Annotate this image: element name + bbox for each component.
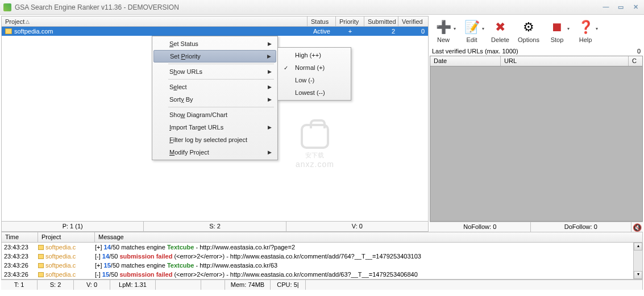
scroll-up-icon[interactable]: ▴ bbox=[634, 243, 642, 251]
status-s: S: 2 bbox=[38, 280, 74, 290]
verified-label: Last verified URLs (max. 1000) 0 bbox=[430, 47, 643, 56]
scroll-down-icon[interactable]: ▾ bbox=[634, 271, 642, 279]
col-date[interactable]: Date bbox=[430, 56, 501, 66]
close-button[interactable]: ✕ bbox=[630, 3, 641, 11]
pencil-icon: 📝 bbox=[464, 19, 480, 35]
plus-icon: ➕ bbox=[435, 19, 451, 35]
projects-pane: Project△ Status Priority Submitted Verif… bbox=[1, 16, 429, 232]
menu-separator bbox=[168, 107, 274, 107]
right-stats: NoFollow: 0 DoFollow: 0 🔇 bbox=[430, 222, 643, 232]
menu-set-priority[interactable]: Set Priority▶ bbox=[153, 50, 276, 62]
context-menu: SSet Statuset Status▶ Set Priority▶ Show… bbox=[152, 36, 278, 160]
status-mem: Mem: 74MB bbox=[225, 280, 271, 290]
stat-v: V: 0 bbox=[286, 222, 428, 231]
project-status: Active bbox=[308, 27, 336, 36]
menu-show-urls[interactable]: Show URLs▶ bbox=[153, 65, 276, 78]
status-bar: T: 1 S: 2 V: 0 LpM: 1.31 Mem: 74MB CPU: … bbox=[1, 280, 643, 290]
col-url[interactable]: URL bbox=[501, 56, 629, 66]
col-c[interactable]: C bbox=[629, 56, 642, 66]
col-project[interactable]: Project△ bbox=[2, 16, 308, 26]
menu-select[interactable]: Select▶ bbox=[153, 81, 276, 93]
log-body: 23:43:23softpedia.c[+] 14/50 matches eng… bbox=[2, 243, 633, 279]
submenu-normal[interactable]: ✓Normal (+) bbox=[279, 61, 350, 74]
status-t: T: 1 bbox=[1, 280, 38, 290]
status-lpm: LpM: 1.31 bbox=[110, 280, 156, 290]
url-grid: Date URL C bbox=[430, 56, 643, 222]
projects-body: SSet Statuset Status▶ Set Priority▶ Show… bbox=[2, 36, 428, 221]
stat-nofollow: NoFollow: 0 bbox=[430, 222, 531, 232]
app-icon bbox=[3, 3, 11, 11]
minimize-button[interactable]: — bbox=[601, 3, 611, 11]
log-pane: Time Project Message 23:43:23softpedia.c… bbox=[1, 232, 643, 280]
project-submitted: 2 bbox=[364, 27, 398, 36]
menu-set-status[interactable]: SSet Statuset Status▶ bbox=[153, 37, 276, 50]
col-time[interactable]: Time bbox=[2, 232, 38, 242]
submenu-low[interactable]: Low (-) bbox=[279, 74, 350, 86]
status-blank bbox=[156, 280, 201, 290]
col-message[interactable]: Message bbox=[95, 232, 642, 242]
menu-sort-by[interactable]: Sorty By▶ bbox=[153, 93, 276, 106]
status-blank2 bbox=[201, 280, 225, 290]
menu-show-diagram[interactable]: Show Diagram/Chart bbox=[153, 109, 276, 121]
menu-import-target[interactable]: Import Target URLs▶ bbox=[153, 121, 276, 134]
stop-icon: ⏹ bbox=[549, 19, 565, 35]
stat-s: S: 2 bbox=[144, 222, 286, 231]
edit-button[interactable]: 📝Edit▾ bbox=[458, 17, 485, 45]
menu-separator bbox=[168, 64, 274, 64]
submenu-high[interactable]: High (++) bbox=[279, 49, 350, 61]
stat-dofollow: DoFollow: 0 bbox=[531, 222, 632, 232]
new-button[interactable]: ➕New▾ bbox=[430, 17, 457, 45]
project-priority: + bbox=[336, 27, 364, 36]
col-verified[interactable]: Verified bbox=[398, 16, 428, 26]
toolbar: ➕New▾ 📝Edit▾ ✖Delete ⚙Options ⏹Stop▾ ❓He… bbox=[430, 16, 643, 47]
col-status[interactable]: Status bbox=[308, 16, 336, 26]
x-icon: ✖ bbox=[492, 19, 508, 35]
options-button[interactable]: ⚙Options bbox=[515, 17, 542, 45]
log-row[interactable]: 23:43:23softpedia.c[-] 14/50 submission … bbox=[2, 252, 633, 261]
delete-button[interactable]: ✖Delete bbox=[487, 17, 514, 45]
project-verified: 0 bbox=[398, 27, 428, 36]
url-header: Date URL C bbox=[430, 56, 642, 66]
folder-icon bbox=[5, 28, 12, 34]
gear-icon: ⚙ bbox=[521, 19, 537, 35]
projects-header: Project△ Status Priority Submitted Verif… bbox=[2, 16, 428, 27]
help-button[interactable]: ❓Help▾ bbox=[572, 17, 599, 45]
col-priority[interactable]: Priority bbox=[336, 16, 364, 26]
log-row[interactable]: 23:43:26softpedia.c[-] 15/50 submission … bbox=[2, 270, 633, 279]
menu-modify-project[interactable]: Modify Project▶ bbox=[153, 146, 276, 159]
priority-submenu: High (++) ✓Normal (+) Low (-) Lowest (--… bbox=[277, 47, 351, 101]
log-row[interactable]: 23:43:23softpedia.c[+] 14/50 matches eng… bbox=[2, 243, 633, 252]
project-name: softpedia.com bbox=[14, 28, 53, 35]
log-header: Time Project Message bbox=[2, 232, 642, 243]
col-log-project[interactable]: Project bbox=[38, 232, 95, 242]
submenu-lowest[interactable]: Lowest (--) bbox=[279, 86, 350, 99]
menu-separator bbox=[168, 79, 274, 80]
status-rest bbox=[306, 280, 643, 290]
project-row[interactable]: softpedia.com Active + 2 0 bbox=[2, 27, 428, 36]
stop-button[interactable]: ⏹Stop▾ bbox=[543, 17, 571, 45]
log-scrollbar[interactable]: ▴ ▾ bbox=[633, 243, 642, 279]
help-icon: ❓ bbox=[577, 19, 593, 35]
speaker-icon[interactable]: 🔇 bbox=[631, 222, 643, 232]
menu-filter-log[interactable]: Filter log by selected project bbox=[153, 134, 276, 146]
window-title: GSA Search Engine Ranker v11.36 - DEMOVE… bbox=[15, 3, 601, 11]
status-v: V: 0 bbox=[74, 280, 110, 290]
status-cpu: CPU: 5| bbox=[271, 280, 306, 290]
log-row[interactable]: 23:43:26softpedia.c[+] 15/50 matches eng… bbox=[2, 261, 633, 270]
left-stats: P: 1 (1) S: 2 V: 0 bbox=[2, 221, 428, 231]
col-submitted[interactable]: Submitted bbox=[364, 16, 398, 26]
title-bar: GSA Search Engine Ranker v11.36 - DEMOVE… bbox=[0, 0, 644, 15]
maximize-button[interactable]: ▭ bbox=[616, 3, 626, 11]
right-pane: ➕New▾ 📝Edit▾ ✖Delete ⚙Options ⏹Stop▾ ❓He… bbox=[430, 16, 643, 232]
stat-p: P: 1 (1) bbox=[2, 222, 144, 231]
